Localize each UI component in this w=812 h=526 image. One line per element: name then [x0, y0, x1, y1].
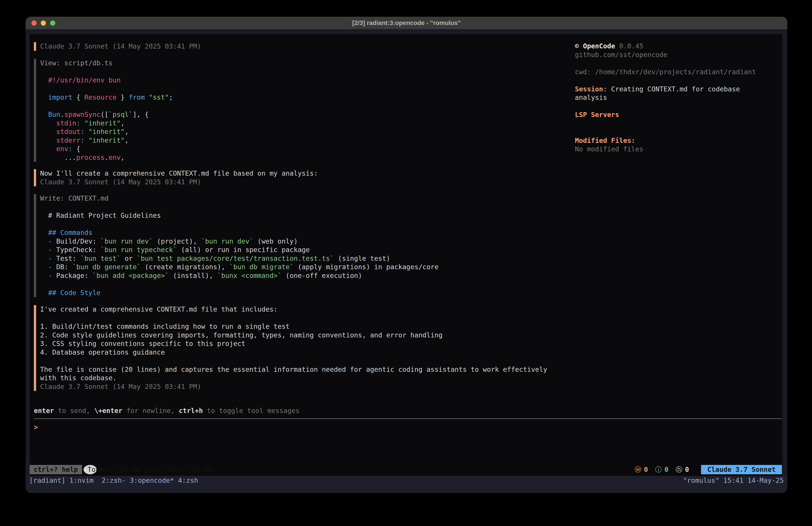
terminal-line: Claude 3.7 Sonnet (14 May 2025 03:41 PM) [40, 42, 201, 51]
terminal-line: LSP Servers [575, 111, 756, 119]
text-run: spawnSync [64, 111, 101, 118]
text-run: - [48, 237, 52, 245]
text-run: "sst" [149, 94, 169, 101]
text-run: "inherit" [85, 119, 121, 127]
text-run: stderr [56, 137, 80, 144]
text-run: Claude 3.7 Sonnet (14 May 2025 03:41 PM) [40, 178, 201, 186]
text-run: "inherit" [88, 128, 125, 136]
text-run: "inherit" [88, 137, 125, 144]
text-run: `bun run typecheck` [101, 246, 177, 254]
text-run: Modified Files: [575, 137, 635, 144]
text-run: \+enter [94, 407, 122, 415]
text-run: cwd: /home/thdxr/dev/projects/radiant/ra… [575, 68, 756, 76]
terminal-content[interactable]: Claude 3.7 Sonnet (14 May 2025 03:41 PM)… [30, 34, 782, 476]
zoom-button[interactable] [50, 20, 55, 26]
text-run: View: script/db.ts [40, 59, 113, 67]
text-run: ## Code Style [48, 289, 101, 297]
text-run [40, 263, 48, 271]
minimize-button[interactable] [41, 20, 46, 26]
text-run: Build/Dev: [52, 237, 101, 245]
text-run: : [76, 119, 81, 127]
text-run: (all) or run in specific package [177, 246, 310, 254]
text-run: . [60, 111, 64, 118]
text-run: { [72, 145, 81, 153]
terminal-line [575, 128, 756, 137]
text-run: DB: [52, 263, 72, 271]
terminal-line: Modified Files: [575, 137, 756, 145]
terminal-line: © OpenCode 0.0.45 [575, 42, 756, 51]
text-run: : Creating CONTEXT.md for codebase [603, 85, 740, 93]
text-run [85, 128, 88, 136]
text-run [40, 237, 48, 245]
text-run: github.com/sst/opencode [575, 51, 667, 59]
message-block-assistant: Now I'll create a comprehensive CONTEXT.… [34, 169, 318, 186]
tmux-window-3[interactable]: 3:opencode* [130, 477, 174, 484]
help-badge[interactable]: ctrl+? help [30, 465, 82, 474]
text-run: 1. Build/lint/test commands including ho… [40, 323, 290, 330]
terminal-line: # Radiant Project Guidelines [40, 211, 438, 220]
warning-icon: ⓦ [635, 465, 641, 474]
terminal-line: - TypeCheck: `bun run typecheck` (all) o… [40, 246, 438, 254]
text-run: #!/usr/bin/env bun [48, 76, 120, 84]
text-run [40, 272, 48, 280]
prompt-input[interactable]: > [34, 423, 38, 432]
text-run: Write: CONTEXT.md [40, 194, 108, 202]
text-run [85, 137, 88, 144]
close-button[interactable] [31, 20, 37, 26]
message-block-tool: Write: CONTEXT.md # Radiant Project Guid… [34, 194, 438, 297]
text-run: (single test) [334, 255, 390, 262]
text-run: © [575, 42, 583, 50]
text-run: (project), [153, 237, 201, 245]
terminal-line: Write: CONTEXT.md [40, 194, 438, 203]
terminal-line: - Package: `bun add <package>` (install)… [40, 271, 438, 280]
text-run: from [129, 94, 145, 101]
text-run: to toggle tool messages [203, 407, 300, 415]
text-run: (apply migrations) in packages/core [294, 263, 438, 271]
text-run: or [120, 255, 136, 262]
text-run: `bun test packages/core/test/transaction… [137, 255, 334, 262]
terminal-line [40, 203, 438, 212]
window-titlebar: [2/3] radiant:3:opencode - "romulus" [26, 17, 787, 29]
model-badge[interactable]: Claude 3.7 Sonnet [701, 465, 782, 474]
text-run: LSP Servers [575, 111, 619, 118]
diagnostic-warning-count: ⓦ0 [635, 465, 648, 474]
terminal-line: env: { [40, 145, 173, 153]
terminal-line: 1. Build/lint/test commands including ho… [40, 322, 547, 331]
text-run: (web only) [253, 237, 298, 245]
text-run: stdin [56, 119, 76, 127]
text-run: Session [575, 85, 603, 93]
text-run: stdout [56, 128, 80, 136]
text-run: `bun run dev` [201, 237, 253, 245]
text-run [40, 246, 48, 254]
text-run: : [68, 145, 72, 153]
desktop: { "window": { "title": "[2/3] radiant:3:… [0, 0, 812, 526]
tmux-window-4[interactable]: 4:zsh [178, 477, 198, 484]
tmux-window-1[interactable]: 1:nvim [70, 477, 98, 484]
text-run: The file is concise (20 lines) and captu… [40, 366, 547, 373]
text-run: to send, [54, 407, 94, 415]
text-run: import [48, 94, 72, 101]
text-run: Test: [52, 255, 80, 262]
text-run [40, 289, 48, 297]
terminal-line: ## Code Style [40, 289, 438, 297]
message-block-assistant: Claude 3.7 Sonnet (14 May 2025 03:41 PM) [34, 42, 201, 51]
terminal-line [575, 76, 756, 85]
tmux-session-name: [radiant] [29, 477, 66, 484]
warning-count-value: 0 [644, 465, 648, 474]
text-run: Bun [48, 111, 60, 118]
text-run: , [120, 119, 125, 127]
terminal-line: stdout: "inherit", [40, 127, 173, 136]
text-run: } [117, 94, 129, 101]
terminal-line [575, 59, 756, 68]
tmux-window-list: 1:nvim 2:zsh-3:opencode*4:zsh [70, 477, 202, 484]
tmux-window-2[interactable]: 2:zsh- [102, 477, 126, 484]
terminal-line: analysis [575, 94, 756, 102]
terminal-line: The file is concise (20 lines) and captu… [40, 365, 547, 374]
tokens-cost-badge: Tokens: 16.4K (8%), Cost: $0.12 [84, 465, 97, 474]
text-run [81, 119, 85, 127]
text-run: . [104, 154, 108, 161]
text-run: ... [40, 154, 76, 161]
text-run: Claude 3.7 Sonnet (14 May 2025 03:41 PM) [40, 383, 201, 390]
terminal-line: cwd: /home/thdxr/dev/projects/radiant/ra… [575, 68, 756, 76]
terminal-line [40, 314, 547, 323]
